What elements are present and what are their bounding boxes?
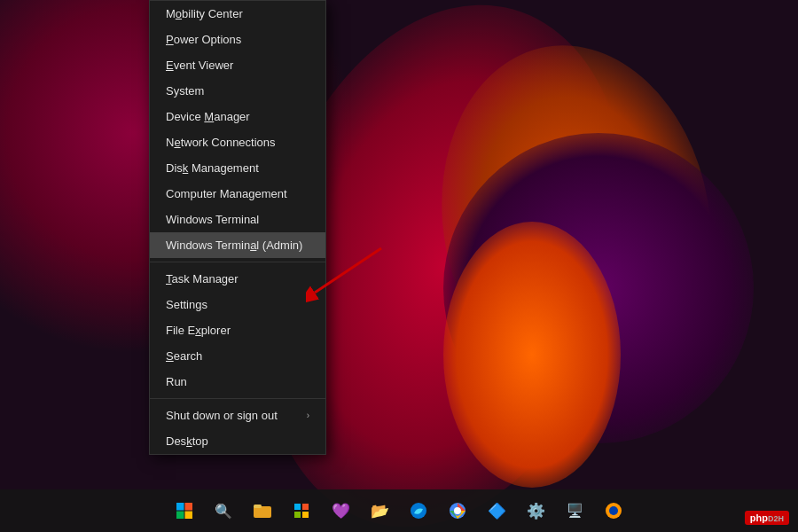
taskbar-edge[interactable]: [401, 493, 436, 528]
menu-item-search[interactable]: Search: [150, 343, 325, 369]
menu-item-label-computer-management: Computer Management: [166, 187, 287, 200]
menu-item-network-connections[interactable]: Network Connections: [150, 129, 325, 155]
taskbar-teams[interactable]: 💜: [323, 493, 358, 528]
menu-item-file-explorer[interactable]: File Explorer: [150, 317, 325, 343]
menu-item-shut-down[interactable]: Shut down or sign out›: [150, 403, 325, 428]
menu-item-windows-terminal-admin[interactable]: Windows Terminal (Admin): [150, 232, 325, 258]
menu-item-device-manager[interactable]: Device Manager: [150, 104, 325, 129]
menu-item-label-power-options: Power Options: [166, 33, 241, 46]
taskbar-windows-button[interactable]: [167, 493, 202, 528]
menu-item-label-event-viewer: Event Viewer: [166, 59, 233, 72]
menu-item-label-desktop: Desktop: [166, 434, 208, 448]
menu-item-power-options[interactable]: Power Options: [150, 27, 325, 52]
menu-item-label-windows-terminal: Windows Terminal: [166, 213, 259, 226]
menu-item-label-file-explorer: File Explorer: [166, 324, 231, 337]
taskbar-chrome[interactable]: [440, 493, 475, 528]
menu-item-label-device-manager: Device Manager: [166, 110, 250, 123]
menu-item-system[interactable]: System: [150, 78, 325, 104]
svg-rect-11: [302, 512, 309, 518]
menu-item-label-network-connections: Network Connections: [166, 136, 276, 149]
menu-item-disk-management[interactable]: Disk Management: [150, 155, 325, 181]
taskbar-slack[interactable]: 🔷: [479, 493, 514, 528]
menu-item-task-manager[interactable]: Task Manager: [150, 266, 325, 292]
menu-item-label-mobility-center: Mobility Center: [166, 7, 243, 20]
menu-separator: [150, 262, 325, 262]
submenu-arrow-shut-down: ›: [307, 411, 309, 420]
taskbar: 🔍 💜 📂 🔷 ⚙️ 🖥️: [0, 489, 798, 532]
taskbar-firefox[interactable]: [596, 493, 631, 528]
taskbar-search-button[interactable]: 🔍: [206, 493, 241, 528]
svg-rect-3: [185, 503, 193, 511]
svg-point-15: [455, 508, 460, 513]
menu-item-label-settings: Settings: [166, 298, 207, 311]
php-badge: phpD2H: [745, 511, 789, 525]
menu-item-settings[interactable]: Settings: [150, 292, 325, 317]
svg-rect-7: [254, 505, 262, 508]
svg-rect-4: [176, 512, 184, 520]
menu-item-label-disk-management: Disk Management: [166, 161, 259, 175]
svg-rect-2: [176, 503, 184, 511]
taskbar-file-explorer[interactable]: [245, 493, 280, 528]
taskbar-rdp[interactable]: 🖥️: [557, 493, 592, 528]
menu-item-windows-terminal[interactable]: Windows Terminal: [150, 207, 325, 232]
menu-item-label-system: System: [166, 84, 204, 98]
menu-item-label-windows-terminal-admin: Windows Terminal (Admin): [166, 239, 302, 252]
menu-item-desktop[interactable]: Desktop: [150, 428, 325, 454]
svg-rect-10: [294, 512, 301, 518]
svg-rect-8: [294, 504, 301, 510]
menu-item-computer-management[interactable]: Computer Management: [150, 181, 325, 207]
menu-item-label-run: Run: [166, 375, 187, 388]
menu-item-event-viewer[interactable]: Event Viewer: [150, 52, 325, 78]
menu-item-label-task-manager: Task Manager: [166, 272, 239, 286]
svg-point-17: [609, 506, 618, 515]
menu-separator: [150, 398, 325, 399]
menu-item-label-shut-down: Shut down or sign out: [166, 409, 278, 422]
menu-item-run[interactable]: Run: [150, 369, 325, 395]
context-menu: Mobility CenterPower OptionsEvent Viewer…: [149, 0, 326, 455]
svg-rect-5: [185, 512, 193, 520]
svg-rect-9: [302, 504, 309, 510]
taskbar-settings[interactable]: ⚙️: [518, 493, 553, 528]
taskbar-store[interactable]: [284, 493, 319, 528]
menu-item-mobility-center[interactable]: Mobility Center: [150, 1, 325, 27]
taskbar-folder2[interactable]: 📂: [362, 493, 397, 528]
desktop-background: [0, 0, 798, 532]
menu-item-label-search: Search: [166, 349, 202, 363]
